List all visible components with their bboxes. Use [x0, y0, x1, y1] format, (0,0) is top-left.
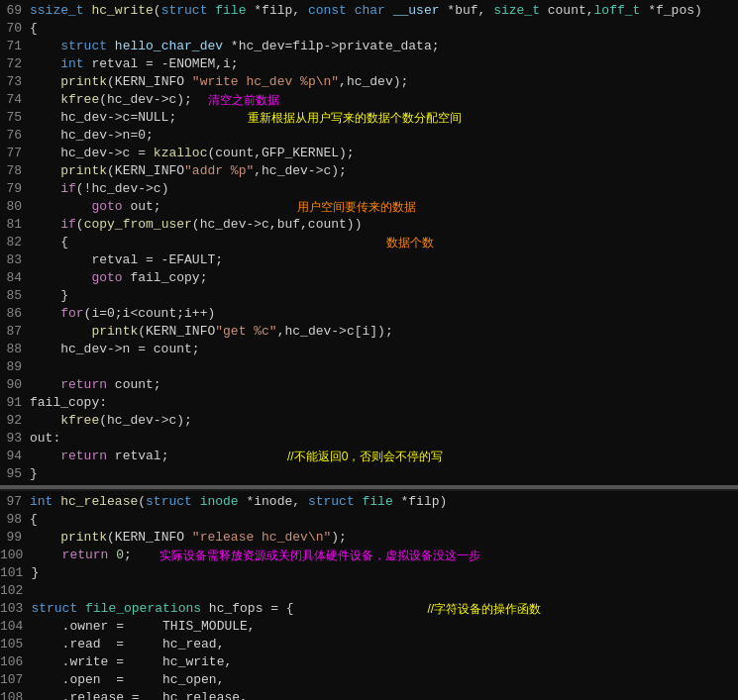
line-number: 81: [0, 216, 30, 234]
line-number: 100: [0, 547, 31, 564]
line-number: 92: [0, 412, 30, 430]
code-line: 78 printk(KERN_INFO"addr %p",hc_dev->c);: [0, 162, 738, 180]
code-line: 108 .release = hc_release,: [0, 689, 738, 700]
line-code: kfree(hc_dev->c);: [30, 412, 738, 430]
annotation: //字符设备的操作函数: [427, 600, 541, 618]
lower-code-block: 97int hc_release(struct inode *inode, st…: [0, 491, 738, 700]
line-code: if(!hc_dev->c): [30, 180, 738, 198]
block-separator: [0, 485, 738, 489]
line-code: hc_dev->c=NULL;重新根据从用户写来的数据个数分配空间: [30, 109, 738, 127]
line-code: for(i=0;i<count;i++): [30, 305, 738, 323]
line-number: 80: [0, 198, 30, 216]
line-code: printk(KERN_INFO"get %c",hc_dev->c[i]);: [30, 323, 738, 341]
line-code: printk(KERN_INFO"addr %p",hc_dev->c);: [30, 162, 738, 180]
line-code: kfree(hc_dev->c);清空之前数据: [30, 91, 738, 109]
annotation: 用户空间要传来的数据: [297, 198, 416, 216]
code-line: 102: [0, 582, 738, 600]
line-number: 98: [0, 511, 30, 529]
code-line: 93out:: [0, 430, 738, 448]
line-code: {数据个数: [30, 234, 738, 251]
upper-code-block: 69ssize_t hc_write(struct file *filp, co…: [0, 0, 738, 485]
line-number: 101: [0, 564, 31, 582]
line-code: .read = hc_read,: [31, 636, 738, 653]
line-number: 89: [0, 358, 30, 376]
line-code: return retval;//不能返回0，否则会不停的写: [30, 448, 738, 465]
code-line: 104 .owner = THIS_MODULE,: [0, 618, 738, 636]
line-code: retval = -EFAULT;: [30, 251, 738, 269]
line-number: 73: [0, 73, 30, 91]
line-number: 85: [0, 287, 30, 305]
code-line: 87 printk(KERN_INFO"get %c",hc_dev->c[i]…: [0, 323, 738, 341]
line-code: .write = hc_write,: [31, 653, 738, 671]
code-line: 106 .write = hc_write,: [0, 653, 738, 671]
line-number: 72: [0, 55, 30, 73]
code-line: 105 .read = hc_read,: [0, 636, 738, 653]
code-line: 103struct file_operations hc_fops = {//字…: [0, 600, 738, 618]
code-line: 74 kfree(hc_dev->c);清空之前数据: [0, 91, 738, 109]
code-container: 69ssize_t hc_write(struct file *filp, co…: [0, 0, 738, 700]
code-line: 82 {数据个数: [0, 234, 738, 251]
line-number: 71: [0, 38, 30, 55]
code-line: 95}: [0, 465, 738, 483]
line-code: {: [30, 511, 738, 529]
line-number: 103: [0, 600, 31, 618]
line-code: struct hello_char_dev *hc_dev=filp->priv…: [30, 38, 738, 55]
line-code: int retval = -ENOMEM,i;: [30, 55, 738, 73]
line-number: 97: [0, 493, 30, 511]
line-code: return count;: [30, 376, 738, 394]
line-number: 107: [0, 671, 31, 689]
line-number: 74: [0, 91, 30, 109]
line-code: fail_copy:: [30, 394, 738, 412]
code-line: 98{: [0, 511, 738, 529]
line-number: 75: [0, 109, 30, 127]
line-code: hc_dev->n=0;: [30, 127, 738, 145]
annotation: 重新根据从用户写来的数据个数分配空间: [248, 109, 462, 127]
annotation: 实际设备需释放资源或关闭具体硬件设备，虚拟设备没这一步: [159, 547, 480, 564]
line-number: 83: [0, 251, 30, 269]
line-number: 91: [0, 394, 30, 412]
line-number: 88: [0, 341, 30, 358]
line-code: .owner = THIS_MODULE,: [31, 618, 738, 636]
code-line: 81 if(copy_from_user(hc_dev->c,buf,count…: [0, 216, 738, 234]
code-line: 71 struct hello_char_dev *hc_dev=filp->p…: [0, 38, 738, 55]
code-line: 69ssize_t hc_write(struct file *filp, co…: [0, 2, 738, 20]
line-number: 69: [0, 2, 30, 20]
code-line: 86 for(i=0;i<count;i++): [0, 305, 738, 323]
line-code: printk(KERN_INFO "write hc_dev %p\n",hc_…: [30, 73, 738, 91]
line-number: 86: [0, 305, 30, 323]
code-line: 77 hc_dev->c = kzalloc(count,GFP_KERNEL)…: [0, 145, 738, 162]
line-code: struct file_operations hc_fops = {//字符设备…: [31, 600, 738, 618]
line-code: }: [31, 564, 738, 582]
line-code: return 0;实际设备需释放资源或关闭具体硬件设备，虚拟设备没这一步: [31, 547, 738, 564]
line-number: 76: [0, 127, 30, 145]
line-code: goto fail_copy;: [30, 269, 738, 287]
code-line: 72 int retval = -ENOMEM,i;: [0, 55, 738, 73]
code-line: 97int hc_release(struct inode *inode, st…: [0, 493, 738, 511]
line-number: 77: [0, 145, 30, 162]
line-code: ssize_t hc_write(struct file *filp, cons…: [30, 2, 738, 20]
code-line: 70{: [0, 20, 738, 38]
annotation: //不能返回0，否则会不停的写: [287, 448, 443, 465]
code-line: 85 }: [0, 287, 738, 305]
code-line: 90 return count;: [0, 376, 738, 394]
code-line: 89: [0, 358, 738, 376]
line-code: {: [30, 20, 738, 38]
code-line: 88 hc_dev->n = count;: [0, 341, 738, 358]
code-line: 107 .open = hc_open,: [0, 671, 738, 689]
annotation: 清空之前数据: [208, 91, 279, 109]
code-line: 94 return retval;//不能返回0，否则会不停的写: [0, 448, 738, 465]
line-code: .open = hc_open,: [31, 671, 738, 689]
line-number: 105: [0, 636, 31, 653]
annotation: 数据个数: [386, 234, 434, 251]
line-number: 104: [0, 618, 31, 636]
line-code: goto out;用户空间要传来的数据: [30, 198, 738, 216]
line-number: 87: [0, 323, 30, 341]
code-line: 73 printk(KERN_INFO "write hc_dev %p\n",…: [0, 73, 738, 91]
code-line: 79 if(!hc_dev->c): [0, 180, 738, 198]
line-number: 95: [0, 465, 30, 483]
line-code: printk(KERN_INFO "release hc_dev\n");: [30, 529, 738, 547]
code-line: 99 printk(KERN_INFO "release hc_dev\n");: [0, 529, 738, 547]
line-number: 94: [0, 448, 30, 465]
code-line: 100 return 0;实际设备需释放资源或关闭具体硬件设备，虚拟设备没这一步: [0, 547, 738, 564]
line-code: hc_dev->n = count;: [30, 341, 738, 358]
